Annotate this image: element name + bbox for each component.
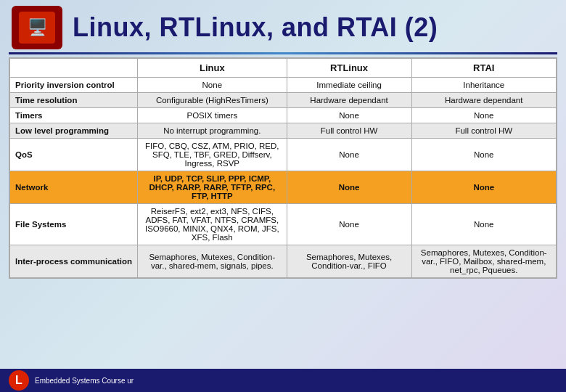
row-linux: No interrupt programming. [138, 123, 287, 139]
row-linux: Semaphores, Mutexes, Condition-var., sha… [138, 245, 287, 278]
footer-logo-text: L [15, 374, 22, 387]
row-label: Inter-process communication [10, 245, 138, 278]
col-header-rtlinux: RTLinux [287, 59, 411, 78]
table-row: File SystemsReiserFS, ext2, ext3, NFS, C… [10, 204, 557, 245]
table-row: NetworkIP, UDP, TCP, SLIP, PPP, ICMP, DH… [10, 171, 557, 204]
footer-bar: L Embedded Systems Course ur [0, 369, 566, 392]
row-rtlinux: Immediate ceiling [287, 78, 411, 93]
table-row: Time resolutionConfigurable (HighResTime… [10, 93, 557, 108]
row-linux: POSIX timers [138, 108, 287, 123]
row-linux: Configurable (HighResTimers) [138, 93, 287, 108]
footer-text: Embedded Systems Course ur [35, 377, 134, 385]
row-linux: IP, UDP, TCP, SLIP, PPP, ICMP, DHCP, RAR… [138, 171, 287, 204]
page-header: 🖥️ Linux, RTLinux, and RTAI (2) [0, 0, 566, 52]
row-rtlinux: Hardware dependant [287, 93, 411, 108]
col-header-linux: Linux [138, 59, 287, 78]
row-rtai: None [411, 171, 556, 204]
row-label: Time resolution [10, 93, 138, 108]
col-header-empty [10, 59, 138, 78]
row-rtai: Inheritance [411, 78, 556, 93]
row-label: Network [10, 171, 138, 204]
header-divider [9, 52, 557, 54]
row-rtlinux: None [287, 171, 411, 204]
row-rtlinux: None [287, 204, 411, 245]
row-rtai: Full control HW [411, 123, 556, 139]
footer-logo: L [9, 370, 29, 391]
table-row: Priority inversion controlNoneImmediate … [10, 78, 557, 93]
row-label: QoS [10, 139, 138, 171]
logo-box: 🖥️ [12, 6, 62, 49]
row-linux: None [138, 78, 287, 93]
table-row: QoSFIFO, CBQ, CSZ, ATM, PRIO, RED, SFQ, … [10, 139, 557, 171]
page-title: Linux, RTLinux, and RTAI (2) [73, 12, 438, 43]
row-label: File Systems [10, 204, 138, 245]
row-linux: ReiserFS, ext2, ext3, NFS, CIFS, ADFS, F… [138, 204, 287, 245]
row-label: Priority inversion control [10, 78, 138, 93]
table-header-row: Linux RTLinux RTAI [10, 59, 557, 78]
row-rtai: None [411, 108, 556, 123]
row-rtlinux: None [287, 108, 411, 123]
row-rtai: Semaphores, Mutexes, Condition-var., FIF… [411, 245, 556, 278]
row-rtlinux: Full control HW [287, 123, 411, 139]
row-rtai: Hardware dependant [411, 93, 556, 108]
row-linux: FIFO, CBQ, CSZ, ATM, PRIO, RED, SFQ, TLE… [138, 139, 287, 171]
row-label: Low level programming [10, 123, 138, 139]
col-header-rtai: RTAI [411, 59, 556, 78]
row-label: Timers [10, 108, 138, 123]
row-rtlinux: None [287, 139, 411, 171]
table-row: TimersPOSIX timersNoneNone [10, 108, 557, 123]
main-table-container: Linux RTLinux RTAI Priority inversion co… [9, 57, 557, 279]
table-row: Inter-process communicationSemaphores, M… [10, 245, 557, 278]
row-rtai: None [411, 204, 556, 245]
row-rtlinux: Semaphores, Mutexes, Condition-var., FIF… [287, 245, 411, 278]
table-row: Low level programmingNo interrupt progra… [10, 123, 557, 139]
logo-image: 🖥️ [19, 12, 55, 44]
comparison-table: Linux RTLinux RTAI Priority inversion co… [9, 58, 557, 278]
row-rtai: None [411, 139, 556, 171]
